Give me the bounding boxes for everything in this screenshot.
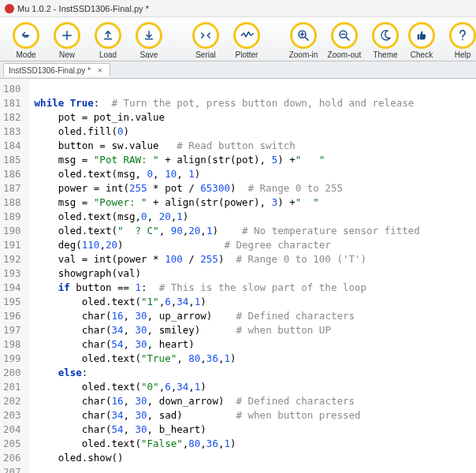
code-line: oled.text(msg,0, 20,1) [35,210,420,224]
toolbar: Mode New Load Save Serial Plotter Zoom-i… [0,17,476,61]
app-icon [5,4,14,13]
zoom-out-icon [331,22,358,49]
code-line: if button == 1: # This is the slow part … [35,281,420,295]
title-bar: Mu 1.0.2 - InstSSD1306-Final.py * [0,0,476,17]
code-line: oled.text(msg, 0, 10, 1) [35,167,420,181]
mode-button[interactable]: Mode [8,22,44,59]
file-tab[interactable]: InstSSD1306-Final.py * × [3,63,110,76]
code-line: oled.text("False",80,36,1) [35,437,420,451]
code-line: oled.text("1",6,34,1) [35,295,420,309]
plotter-icon [233,22,260,49]
code-line: char(34, 30, smiley) # when button UP [35,323,420,337]
code-line: showgraph(val) [35,266,420,281]
load-button[interactable]: Load [90,22,126,59]
serial-icon [192,22,219,49]
new-button[interactable]: New [49,22,85,59]
code-line: oled.text(" ? C", 90,20,1) # No temperat… [35,224,420,238]
line-gutter: 1801811821831841851861871881891901911921… [0,79,28,473]
code-line: char(54, 30, b_heart) [35,423,420,437]
svg-line-7 [305,37,308,40]
code-line: char(16, 30, down_arrow) # Defined chara… [35,394,420,408]
code-line: oled.fill(0) [35,125,420,139]
serial-button[interactable]: Serial [188,22,224,59]
download-icon [136,22,162,49]
code-editor[interactable]: 1801811821831841851861871881891901911921… [0,79,476,473]
code-line: msg = "Power: " + align(str(power), 3) +… [35,196,420,210]
svg-point-13 [462,39,463,40]
code-line: oled.show() [35,451,420,465]
help-button[interactable]: Help [444,22,476,59]
code-line [35,465,420,473]
code-line: val = int(power * 100 / 255) # Range 0 t… [35,252,420,266]
code-line: char(16, 30, up_arrow) # Defined charact… [35,309,420,323]
toolbar-group-left: Mode New Load Save Serial Plotter Zoom-i… [8,22,403,59]
plotter-button[interactable]: Plotter [229,22,265,59]
thumb-up-icon [408,22,435,49]
code-line: else: [35,366,420,380]
code-line [35,82,420,96]
window-title: Mu 1.0.2 - InstSSD1306-Final.py * [17,4,149,13]
tab-bar: InstSSD1306-Final.py * × [0,61,476,79]
toolbar-group-right: Check Help Quit [403,22,476,59]
zoom-in-button[interactable]: Zoom-in [285,22,322,59]
close-icon[interactable]: × [95,65,105,75]
code-line: oled.text("True", 80,36,1) [35,352,420,366]
plus-icon [54,22,80,49]
tab-label: InstSSD1306-Final.py * [9,66,91,75]
code-line: power = int(255 * pot / 65300) # Range 0… [35,181,420,196]
theme-button[interactable]: Theme [367,22,403,59]
code-line: char(34, 30, sad) # when button pressed [35,408,420,423]
svg-line-11 [346,37,349,40]
upload-icon [95,22,121,49]
code-line: button = sw.value # Read button switch [35,139,420,153]
mode-icon [13,22,39,49]
code-line: while True: # Turn the pot, press button… [35,96,420,110]
moon-icon [372,22,399,49]
check-button[interactable]: Check [403,22,440,59]
code-area[interactable]: while True: # Turn the pot, press button… [28,79,426,473]
save-button[interactable]: Save [131,22,167,59]
code-line: pot = pot_in.value [35,110,420,125]
code-line: msg = "Pot RAW: " + align(str(pot), 5) +… [35,153,420,167]
question-icon [449,22,476,49]
code-line: deg(110,20) # Degree character [35,238,420,252]
zoom-out-button[interactable]: Zoom-out [326,22,363,59]
code-line: oled.text("0",6,34,1) [35,380,420,394]
zoom-in-icon [290,22,317,49]
code-line: char(54, 30, heart) [35,337,420,352]
